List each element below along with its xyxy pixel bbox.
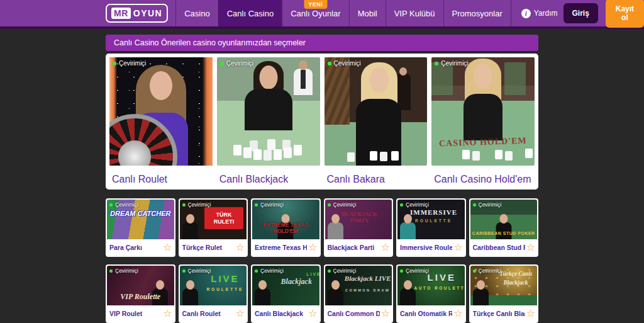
game-card-canli-blackjack[interactable]: Blackjack LIVE Çevirimiçi Canlı Blackjac… xyxy=(251,264,321,323)
favorite-star-icon[interactable]: ☆ xyxy=(163,309,172,319)
online-status-badge: Çevirimiçi xyxy=(109,268,138,274)
game-card-extreme-texas-holdem[interactable]: EXTREME TEXAS HOLD'EM Çevirimiçi Extreme… xyxy=(251,198,321,257)
online-label: Çevirimiçi xyxy=(260,201,284,208)
featured-card-canli-bakara[interactable]: Çevirimiçi Canlı Bakara xyxy=(325,57,428,186)
wood-panel-decor xyxy=(325,57,350,125)
game-card-turkce-rulet[interactable]: TÜRK RULETI Çevirimiçi Türkçe Rulet ☆ xyxy=(179,198,248,257)
game-thumbnail: LIVE AUTO ROULETTE Çevirimiçi xyxy=(397,266,465,305)
game-title: Canlı Roulet xyxy=(182,310,221,317)
online-status-badge: Çevirimiçi xyxy=(400,201,429,208)
nav-item-mobil[interactable]: Mobil xyxy=(349,0,386,26)
online-status-badge: Çevirimiçi xyxy=(400,268,429,274)
online-status-badge: Çevirimiçi xyxy=(328,60,361,67)
game-thumbnail: Blackjack LIVE COMMON DRAW Çevirimiçi xyxy=(325,266,392,305)
nav-item-casino[interactable]: Casino xyxy=(175,0,218,26)
favorite-star-icon[interactable]: ☆ xyxy=(453,242,462,252)
dealer-figure xyxy=(473,288,489,305)
dealer-figure xyxy=(328,222,343,239)
card-fan-decor xyxy=(370,151,377,161)
game-title: Canlı Otomatik Rulet xyxy=(400,310,452,317)
online-label: Çevirimiçi xyxy=(115,201,138,208)
online-label: Çevirimiçi xyxy=(119,60,146,67)
favorite-star-icon[interactable]: ☆ xyxy=(526,309,535,319)
online-label: Çevirimiçi xyxy=(406,201,429,208)
favorite-star-icon[interactable]: ☆ xyxy=(381,309,390,319)
game-title: Extreme Texas Holder xyxy=(255,244,307,251)
online-label: Çevirimiçi xyxy=(188,268,211,274)
online-dot-icon xyxy=(109,269,113,273)
online-label: Çevirimiçi xyxy=(115,268,138,274)
thumbnail-text: Blackjack LIVE xyxy=(334,275,392,282)
online-dot-icon xyxy=(435,62,438,65)
game-card-canli-roulet[interactable]: LIVE ROULETTE Çevirimiçi Canlı Roulet ☆ xyxy=(179,264,248,323)
online-status-badge: Çevirimiçi xyxy=(182,268,211,274)
game-card-caribbean-stud-poker[interactable]: CARIBBEAN STUD POKER Çevirimiçi Caribbea… xyxy=(469,198,539,257)
dealer-figure xyxy=(150,71,172,100)
favorite-star-icon[interactable]: ☆ xyxy=(308,242,317,252)
favorite-star-icon[interactable]: ☆ xyxy=(308,309,317,319)
online-status-badge: Çevirimiçi xyxy=(328,268,357,274)
thumbnail-subtext: COMMON DRAW xyxy=(334,288,392,292)
game-title: Canlı Common Draw Bl xyxy=(328,310,380,317)
register-button[interactable]: Kayıt ol xyxy=(606,0,644,28)
favorite-star-icon[interactable]: ☆ xyxy=(163,242,172,252)
game-thumbnail: CARIBBEAN STUD POKER Çevirimiçi xyxy=(470,200,538,239)
help-link[interactable]: i Yardım xyxy=(521,9,558,18)
thumbnail-text: IMMERSIVE xyxy=(407,208,460,216)
game-thumbnail: TÜRK RULETI Çevirimiçi xyxy=(180,200,247,239)
help-label: Yardım xyxy=(534,9,558,18)
curtain-decor xyxy=(203,57,213,166)
game-card-vip-roulet[interactable]: VIP Roulette Çevirimiçi VIP Roulet ☆ xyxy=(106,264,175,323)
top-navigation-bar: MR OYUN Casino Canlı Casino YENİ Canlı O… xyxy=(0,0,644,26)
online-dot-icon xyxy=(400,203,403,207)
favorite-star-icon[interactable]: ☆ xyxy=(453,309,462,319)
online-dot-icon xyxy=(255,269,258,273)
featured-card-canli-blackjack[interactable]: Çevirimiçi Canlı Blackjack xyxy=(217,57,320,186)
online-dot-icon xyxy=(328,203,331,207)
dealer-figure xyxy=(245,89,292,130)
online-label: Çevirimiçi xyxy=(441,60,468,67)
nav-item-canli-oyunlar[interactable]: YENİ Canlı Oyunlar xyxy=(282,0,348,26)
online-status-badge: Çevirimiçi xyxy=(220,60,253,67)
game-title: Canlı Blackjack xyxy=(255,310,303,317)
online-label: Çevirimiçi xyxy=(406,268,429,274)
online-dot-icon xyxy=(328,62,331,65)
game-thumbnail: EXTREME TEXAS HOLD'EM Çevirimiçi xyxy=(252,200,319,239)
game-card-para-carki[interactable]: DREAM CATCHER Çevirimiçi Para Çarkı ☆ xyxy=(106,198,175,257)
game-thumbnail: VIP Roulette Çevirimiçi xyxy=(107,266,174,305)
online-status-badge: Çevirimiçi xyxy=(109,201,138,208)
games-row-2: VIP Roulette Çevirimiçi VIP Roulet ☆ LIV… xyxy=(106,264,538,323)
favorite-star-icon[interactable]: ☆ xyxy=(381,242,390,252)
online-dot-icon xyxy=(473,269,476,273)
logo-oyun-text: OYUN xyxy=(133,8,162,18)
dealer-figure xyxy=(474,64,492,89)
mroyun-logo[interactable]: MR OYUN xyxy=(106,4,168,23)
info-icon: i xyxy=(521,9,531,18)
game-thumbnail: Blackjack LIVE Çevirimiçi xyxy=(252,266,319,305)
online-status-badge: Çevirimiçi xyxy=(255,268,284,274)
favorite-star-icon[interactable]: ☆ xyxy=(236,242,245,252)
nav-item-canli-casino[interactable]: Canlı Casino xyxy=(218,0,282,26)
thumbnail-text: LIVE xyxy=(192,273,247,284)
favorite-star-icon[interactable]: ☆ xyxy=(526,242,535,252)
favorite-star-icon[interactable]: ☆ xyxy=(236,309,245,319)
featured-image-bakara: Çevirimiçi xyxy=(325,57,428,166)
thumbnail-text: Blackjack xyxy=(263,277,319,286)
game-card-immersive-roulet[interactable]: IMMERSIVE ROULETTE Çevirimiçi Immersive … xyxy=(396,198,466,257)
featured-card-casino-holdem[interactable]: CASINO HOLD'EM Çevirimiçi Canlı Casino H… xyxy=(431,57,535,186)
featured-card-canli-roulet[interactable]: Çevirimiçi Canlı Roulet xyxy=(109,57,213,186)
nav-item-promosyonlar[interactable]: Promosyonlar xyxy=(443,0,511,26)
game-title: VIP Roulet xyxy=(109,310,142,317)
online-label: Çevirimiçi xyxy=(479,268,502,274)
thumbnail-subtext: LIVE xyxy=(280,272,319,276)
game-card-turkce-canli-blackjack[interactable]: Türkçe Canlı Blackjack Çevirimiçi Türkçe… xyxy=(469,264,539,323)
game-card-canli-common-draw-blackjack[interactable]: Blackjack LIVE COMMON DRAW Çevirimiçi Ca… xyxy=(324,264,394,323)
online-label: Çevirimiçi xyxy=(333,268,357,274)
game-card-canli-otomatik-rulet[interactable]: LIVE AUTO ROULETTE Çevirimiçi Canlı Otom… xyxy=(396,264,466,323)
game-card-blackjack-parti[interactable]: BLACKJACK PARTY Çevirimiçi Blackjack Par… xyxy=(324,198,394,257)
header-actions: i Yardım Giriş Kayıt ol xyxy=(521,0,644,26)
dealer-figure xyxy=(400,288,416,305)
online-dot-icon xyxy=(473,203,476,207)
login-button[interactable]: Giriş xyxy=(564,3,598,23)
nav-item-vip-kulubu[interactable]: VIP Kulübü xyxy=(386,0,443,26)
